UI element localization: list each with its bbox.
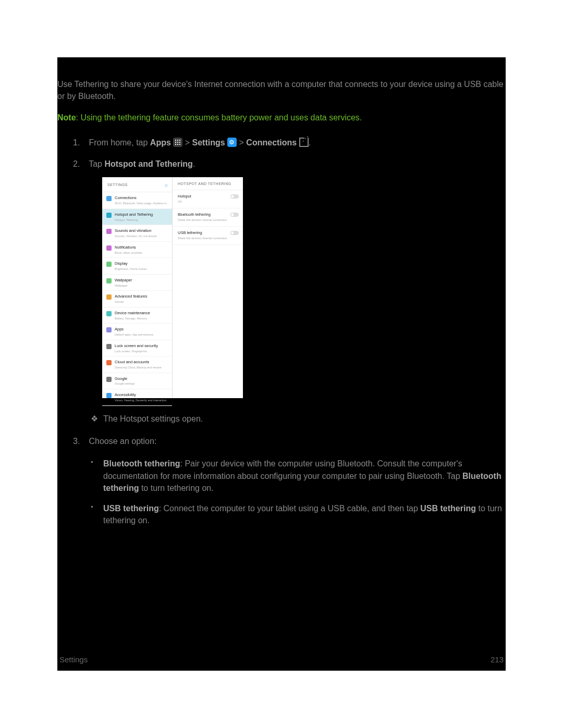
step3-text: Choose an option: xyxy=(89,437,156,446)
diamond-bullet-icon: ❖ xyxy=(91,414,98,423)
settings-right-pane: HOTSPOT AND TETHERING HotspotOffBluetoot… xyxy=(173,177,243,398)
row-icon xyxy=(106,213,112,218)
detail-row: USB tetheringShare this device's Interne… xyxy=(173,227,243,245)
detail-subtitle: Off xyxy=(178,200,238,204)
row-icon xyxy=(106,196,112,201)
settings-row: Advanced featuresGames xyxy=(102,291,172,307)
row-icon xyxy=(106,377,112,382)
settings-header-label: SETTINGS xyxy=(107,182,128,188)
page-footer: Settings 213 xyxy=(57,654,506,665)
step1-settings: Settings xyxy=(192,138,225,147)
row-subtitle: Battery, Storage, Memory xyxy=(115,316,169,320)
detail-row: HotspotOff xyxy=(173,190,243,208)
row-title: Wallpaper xyxy=(115,278,169,283)
settings-right-header: HOTSPOT AND TETHERING xyxy=(173,177,243,190)
detail-title: Hotspot xyxy=(178,194,238,200)
row-subtitle: Games xyxy=(115,300,169,304)
step-number: 2. xyxy=(73,158,87,170)
row-title: Notifications xyxy=(115,245,169,251)
page: Use Tethering to share your device's Int… xyxy=(57,57,506,671)
opt2-b2: USB tethering xyxy=(420,504,476,513)
opt2-t1: : Connect the computer to your tablet us… xyxy=(159,504,421,513)
row-icon xyxy=(106,327,112,332)
settings-row: Cloud and accountsSamsung Cloud, Backup … xyxy=(102,356,172,373)
row-subtitle: Wi-Fi, Bluetooth, Data usage, Airplane m… xyxy=(115,201,169,205)
row-title: Apps xyxy=(115,327,169,332)
result-text: The Hotspot settings open. xyxy=(103,414,203,423)
step1-connections: Connections xyxy=(246,138,297,147)
step-2: 2. Tap Hotspot and Tethering. SETTINGS ⌕… xyxy=(73,156,506,405)
step1-post: . xyxy=(309,138,311,147)
settings-row: NotificationsBlock, allow, prioritize xyxy=(102,242,172,258)
detail-row: Bluetooth tetheringShare this device's I… xyxy=(173,208,243,227)
steps-list: 1. From home, tap Apps > Settings > Conn… xyxy=(57,134,506,405)
row-subtitle: Vision, Hearing, Dexterity and interacti… xyxy=(115,398,169,402)
toggle-switch xyxy=(230,194,239,199)
settings-row: Hotspot and TetheringHotspot, Tethering xyxy=(102,209,172,225)
settings-row: Device maintenanceBattery, Storage, Memo… xyxy=(102,307,172,324)
row-icon xyxy=(106,294,112,300)
row-subtitle: Sounds, Vibration, Do not disturb xyxy=(115,234,169,238)
row-title: Advanced features xyxy=(115,294,169,300)
row-icon xyxy=(106,344,112,349)
row-title: Display xyxy=(115,261,169,267)
gear-icon xyxy=(227,138,237,147)
detail-title: USB tethering xyxy=(178,230,238,236)
step-number: 3. xyxy=(73,435,87,447)
row-icon xyxy=(106,393,112,398)
step1-apps: Apps xyxy=(150,138,171,147)
row-subtitle: Block, allow, prioritize xyxy=(115,251,169,255)
step2-bold: Hotspot and Tethering xyxy=(104,159,192,168)
settings-row: Sounds and vibrationSounds, Vibration, D… xyxy=(102,225,172,241)
detail-subtitle: Share this device's Internet connection. xyxy=(178,236,238,241)
row-title: Device maintenance xyxy=(115,311,169,316)
settings-row: Lock screen and securityLock screen, Fin… xyxy=(102,340,172,356)
footer-page-number: 213 xyxy=(491,654,504,665)
row-title: Cloud and accounts xyxy=(115,360,169,365)
options-list: Bluetooth tethering: Pair your device wi… xyxy=(57,454,506,532)
toggle-switch xyxy=(230,213,239,217)
step2-post: . xyxy=(193,159,195,168)
note-line: Note: Using the tethering feature consum… xyxy=(57,112,506,134)
search-icon: ⌕ xyxy=(165,181,168,189)
settings-row: ConnectionsWi-Fi, Bluetooth, Data usage,… xyxy=(102,192,172,208)
note-label: Note xyxy=(57,113,76,122)
row-title: Lock screen and security xyxy=(115,343,169,349)
row-icon xyxy=(106,278,112,283)
steps-list-cont: 3. Choose an option: xyxy=(57,433,506,454)
option-usb: USB tethering: Connect the computer to y… xyxy=(91,499,506,532)
footer-section: Settings xyxy=(59,654,88,665)
right-header-label: HOTSPOT AND TETHERING xyxy=(178,181,231,187)
opt1-t2: to turn tethering on. xyxy=(139,484,213,492)
row-subtitle: Lock screen, Fingerprints xyxy=(115,349,169,353)
apps-icon xyxy=(173,138,182,147)
row-icon xyxy=(106,229,112,234)
toggle-switch xyxy=(230,231,239,235)
row-subtitle: Default apps, App permissions xyxy=(115,332,169,337)
settings-row: AppsDefault apps, App permissions xyxy=(102,324,172,340)
row-subtitle: Google settings xyxy=(115,381,169,386)
result-line: ❖The Hotspot settings open. xyxy=(57,405,506,433)
row-subtitle: Samsung Cloud, Backup and restore xyxy=(115,365,169,369)
step1-gt2: > xyxy=(239,138,247,147)
row-title: Connections xyxy=(115,195,169,201)
settings-left-header: SETTINGS ⌕ xyxy=(102,177,172,193)
settings-row: GoogleGoogle settings xyxy=(102,373,172,389)
content: Use Tethering to share your device's Int… xyxy=(57,57,506,532)
step1-gt1: > xyxy=(185,138,192,147)
row-subtitle: Wallpaper xyxy=(115,283,169,288)
settings-row: DisplayBrightness, Home screen xyxy=(102,258,172,274)
step1-pre: From home, tap xyxy=(89,138,150,147)
row-title: Sounds and vibration xyxy=(115,228,169,234)
row-icon xyxy=(106,245,112,251)
row-subtitle: Brightness, Home screen xyxy=(115,267,169,271)
intro-text: Use Tethering to share your device's Int… xyxy=(57,57,506,112)
settings-screenshot: SETTINGS ⌕ ConnectionsWi-Fi, Bluetooth, … xyxy=(102,177,243,398)
settings-row: AccessibilityVision, Hearing, Dexterity … xyxy=(102,389,172,405)
row-title: Accessibility xyxy=(115,392,169,398)
row-subtitle: Hotspot, Tethering xyxy=(115,218,169,222)
step-3: 3. Choose an option: xyxy=(73,433,506,454)
row-icon xyxy=(106,262,112,267)
connections-icon xyxy=(299,138,309,147)
option-bluetooth: Bluetooth tethering: Pair your device wi… xyxy=(91,454,506,499)
